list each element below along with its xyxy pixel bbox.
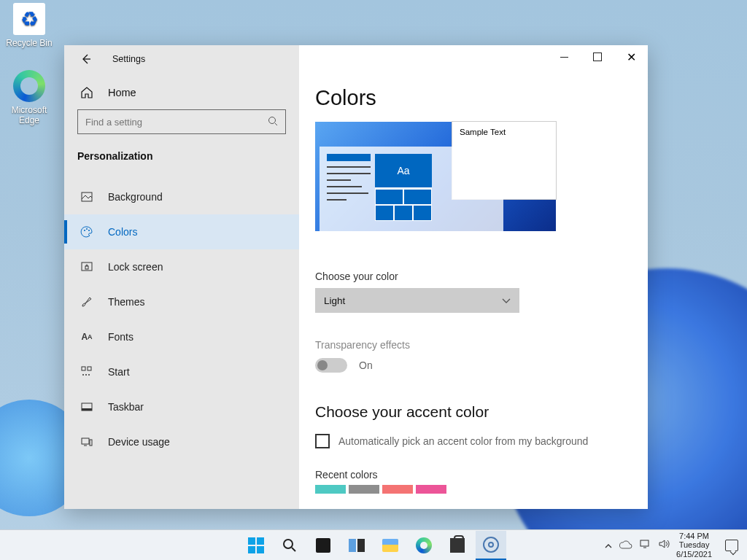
nav-item-lock-screen[interactable]: Lock screen: [64, 249, 299, 284]
device-icon: [80, 435, 93, 448]
toggle-state: On: [359, 359, 373, 371]
volume-icon[interactable]: [659, 539, 670, 551]
sample-text: Sample Text: [460, 128, 506, 136]
font-icon: AA: [80, 330, 93, 343]
svg-rect-7: [82, 367, 85, 370]
nav-item-start[interactable]: Start: [64, 354, 299, 389]
search-box[interactable]: [77, 109, 286, 134]
taskbar-task-view[interactable]: [341, 531, 372, 560]
gear-icon: [483, 537, 499, 553]
taskbar-widgets[interactable]: [308, 531, 338, 560]
color-preview: Sample Text Aa: [315, 122, 556, 231]
taskbar-search[interactable]: [274, 531, 305, 560]
select-value: Light: [324, 295, 345, 306]
color-mode-select[interactable]: Light: [315, 288, 519, 313]
network-icon[interactable]: [640, 539, 651, 551]
settings-sidebar: Settings Home Personalization Background…: [64, 45, 299, 509]
clock-time: 7:44 PM: [676, 532, 712, 541]
color-swatch[interactable]: [416, 485, 446, 494]
svg-point-2: [84, 230, 85, 231]
svg-rect-6: [85, 266, 88, 269]
nav-label: Taskbar: [108, 401, 144, 413]
taskbar-edge[interactable]: [409, 531, 439, 560]
task-view-icon: [349, 539, 365, 552]
window-controls: ✕: [547, 45, 648, 69]
taskbar-explorer[interactable]: [375, 531, 406, 560]
taskbar-clock[interactable]: 7:44 PM Tuesday 6/15/2021: [676, 532, 712, 559]
nav-item-background[interactable]: Background: [64, 179, 299, 214]
svg-rect-8: [88, 367, 91, 370]
clock-date: 6/15/2021: [676, 550, 712, 559]
titlebar: Settings: [64, 45, 299, 73]
color-swatch[interactable]: [315, 485, 346, 494]
nav-label: Background: [108, 191, 163, 203]
svg-point-9: [82, 374, 84, 376]
clock-day: Tuesday: [676, 540, 712, 550]
search-icon: [282, 538, 297, 553]
svg-point-10: [85, 374, 87, 376]
edge-icon: [13, 70, 45, 102]
preview-tile-label: Aa: [375, 154, 432, 189]
search-input[interactable]: [85, 117, 259, 128]
taskbar-icon: [80, 400, 93, 413]
store-icon: [450, 538, 465, 553]
preview-tiles: Aa: [375, 154, 432, 221]
recent-colors-label: Recent colors: [315, 469, 632, 481]
back-button[interactable]: [80, 53, 92, 65]
nav-label: Fonts: [108, 331, 133, 343]
widgets-icon: [316, 538, 330, 553]
preview-lines: [327, 154, 371, 224]
accent-heading: Choose your accent color: [315, 403, 632, 421]
svg-point-16: [284, 540, 293, 548]
transparency-toggle[interactable]: [315, 358, 347, 373]
home-icon: [80, 86, 93, 99]
maximize-button[interactable]: [581, 45, 614, 69]
nav-item-fonts[interactable]: AA Fonts: [64, 319, 299, 354]
svg-rect-15: [90, 440, 92, 446]
brush-icon: [80, 295, 93, 308]
auto-accent-label: Automatically pick an accent color from …: [338, 435, 588, 447]
nav-item-device-usage[interactable]: Device usage: [64, 424, 299, 459]
desktop-icon-label: Microsoft Edge: [1, 105, 57, 125]
nav-label: Colors: [108, 226, 137, 238]
nav-label: Lock screen: [108, 261, 163, 273]
nav-item-taskbar[interactable]: Taskbar: [64, 389, 299, 424]
color-swatch[interactable]: [349, 485, 379, 494]
minimize-button[interactable]: [547, 45, 581, 69]
lock-screen-icon: [80, 260, 93, 273]
tray-overflow[interactable]: [605, 540, 612, 551]
edge-icon: [416, 537, 432, 553]
settings-content: ✕ Colors Sample Text Aa Choose your colo…: [299, 45, 648, 509]
desktop-icon-label: Recycle Bin: [1, 38, 57, 48]
transparency-label: Transparency effects: [315, 339, 632, 351]
nav-label: Start: [108, 366, 130, 378]
choose-color-label: Choose your color: [315, 271, 632, 282]
nav-label: Themes: [108, 296, 145, 308]
start-button[interactable]: [241, 531, 271, 560]
onedrive-icon[interactable]: [619, 540, 632, 551]
taskbar: 7:44 PM Tuesday 6/15/2021: [0, 529, 747, 560]
auto-accent-checkbox[interactable]: [315, 434, 330, 448]
home-button[interactable]: Home: [64, 73, 299, 109]
preview-start-panel: Aa: [320, 147, 503, 231]
taskbar-store[interactable]: [442, 531, 473, 560]
grid-icon: [80, 365, 93, 378]
chevron-down-icon: [502, 295, 511, 306]
color-swatch[interactable]: [382, 485, 413, 494]
nav-item-colors[interactable]: Colors: [64, 214, 299, 249]
taskbar-settings[interactable]: [476, 531, 506, 560]
desktop-icon-edge[interactable]: Microsoft Edge: [1, 70, 57, 125]
nav-item-themes[interactable]: Themes: [64, 284, 299, 319]
taskbar-center: [241, 531, 506, 560]
close-button[interactable]: ✕: [614, 45, 648, 69]
notifications-button[interactable]: [725, 540, 738, 551]
desktop-icon-recycle-bin[interactable]: ♻ Recycle Bin: [1, 3, 57, 48]
svg-rect-14: [82, 438, 89, 444]
svg-point-3: [86, 228, 88, 230]
picture-icon: [80, 190, 93, 203]
search-icon: [268, 116, 278, 128]
system-tray: 7:44 PM Tuesday 6/15/2021: [605, 530, 743, 560]
settings-window: Settings Home Personalization Background…: [64, 45, 648, 509]
file-explorer-icon: [382, 539, 398, 552]
app-name: Settings: [112, 54, 145, 64]
